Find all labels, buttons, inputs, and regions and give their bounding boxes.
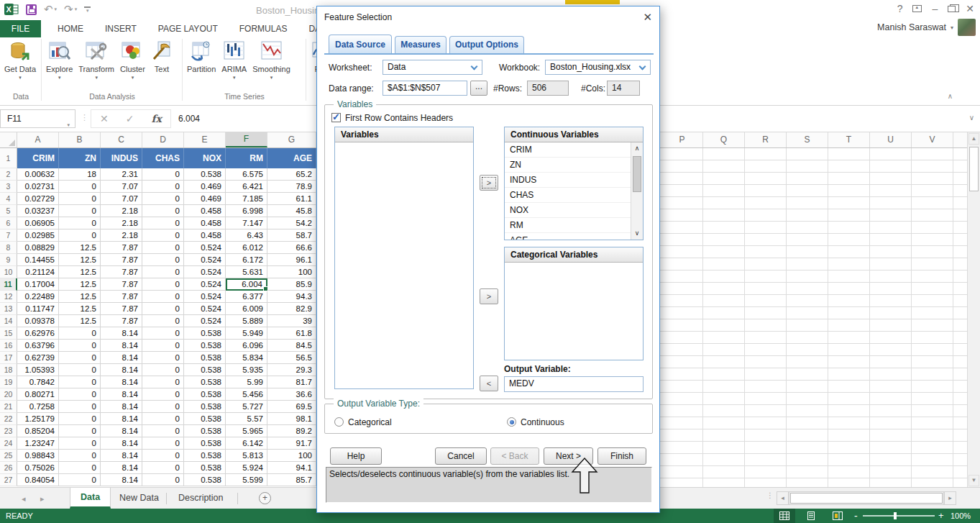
worksheet-dropdown[interactable]: Data (383, 60, 482, 75)
page-break-view-icon[interactable] (827, 509, 848, 523)
header-cell[interactable]: CHAS (142, 148, 184, 168)
text-button[interactable]: T Text (148, 40, 175, 80)
cell[interactable]: 5.834 (226, 352, 267, 364)
cell[interactable]: 8.14 (101, 364, 142, 376)
cell[interactable]: 0 (142, 413, 184, 425)
sheet-tab-new-data[interactable]: New Data (109, 488, 169, 509)
cell[interactable]: 0.02731 (17, 181, 59, 193)
cell[interactable]: 58.7 (267, 229, 316, 242)
cell[interactable]: 0 (59, 364, 101, 376)
cell[interactable]: 0.469 (184, 193, 226, 205)
cell[interactable]: 0.538 (184, 450, 226, 462)
prev-sheet-icon[interactable]: ◂ (22, 494, 26, 504)
cell[interactable]: 0.63796 (17, 340, 59, 352)
data-range-input[interactable]: $A$1:$N$507 (383, 81, 467, 96)
categorical-variables-list[interactable]: Categorical Variables (504, 247, 644, 360)
cell[interactable]: 100 (267, 266, 316, 278)
cell[interactable]: 96.1 (267, 254, 316, 266)
get-data-button[interactable]: Get Data ▾ (1, 40, 39, 80)
output-variable-field[interactable]: MEDV (504, 376, 644, 392)
cell[interactable]: 0.538 (184, 413, 226, 425)
cell[interactable]: 0.524 (184, 254, 226, 266)
minimize-icon[interactable]: – (932, 3, 938, 14)
cell[interactable]: 7.185 (226, 193, 267, 205)
cell[interactable]: 0 (59, 181, 101, 193)
cell[interactable]: 5.949 (226, 327, 267, 340)
column-header-a[interactable]: A (17, 132, 59, 147)
header-cell[interactable]: RM (226, 148, 267, 168)
formula-value[interactable]: 6.004 (178, 114, 200, 124)
cell[interactable]: 6.096 (226, 340, 267, 352)
cell[interactable]: 0 (142, 462, 184, 474)
cell[interactable]: 8.14 (101, 437, 142, 450)
cell[interactable]: 7.147 (226, 217, 267, 229)
variables-list-body[interactable] (335, 142, 473, 388)
dialog-title-bar[interactable]: Feature Selection ✕ (317, 6, 659, 28)
close-icon[interactable]: ✕ (643, 11, 652, 24)
cell[interactable]: 12.5 (59, 242, 101, 254)
list-item[interactable]: INDUS (505, 173, 631, 188)
add-sheet-icon[interactable]: + (259, 492, 271, 504)
vertical-scrollbar[interactable]: ▲ ▼ (967, 132, 980, 487)
cell[interactable]: 0 (142, 303, 184, 315)
continuous-list-body[interactable]: CRIM ZN INDUS CHAS NOX RM AGE (505, 142, 631, 240)
list-item[interactable]: CHAS (505, 188, 631, 203)
cell[interactable]: 0 (59, 340, 101, 352)
column-header-b[interactable]: B (59, 132, 101, 147)
list-item[interactable]: RM (505, 218, 631, 233)
cell[interactable]: 85.7 (267, 474, 316, 486)
cell[interactable]: 0.538 (184, 462, 226, 474)
cell[interactable]: 6.43 (226, 229, 267, 242)
row-header-19[interactable]: 19 (0, 376, 17, 388)
cell[interactable]: 0 (142, 254, 184, 266)
scroll-up-icon[interactable]: ▲ (968, 133, 979, 145)
tab-formulas[interactable]: FORMULAS (229, 20, 298, 37)
list-item[interactable]: CRIM (505, 142, 631, 158)
cell[interactable]: 0.538 (184, 376, 226, 388)
scroll-down-icon[interactable]: ∨ (631, 227, 643, 240)
cell[interactable]: 61.8 (267, 327, 316, 340)
cell[interactable]: 0.75026 (17, 462, 59, 474)
list-item[interactable]: ZN (505, 158, 631, 173)
cell[interactable]: 66.6 (267, 242, 316, 254)
cell[interactable]: 6.009 (226, 303, 267, 315)
cell[interactable]: 0.08829 (17, 242, 59, 254)
scrollbar-resize-handle[interactable]: ⋮ (766, 494, 774, 497)
zoom-slider[interactable] (863, 515, 935, 517)
account-menu[interactable]: Manish Saraswat ▾ (877, 19, 976, 36)
cell[interactable]: 0 (142, 266, 184, 278)
cell[interactable]: 0.538 (184, 340, 226, 352)
cancel-entry-icon[interactable]: ✕ (91, 113, 117, 124)
cell[interactable]: 0.538 (184, 364, 226, 376)
cell[interactable]: 0.09378 (17, 315, 59, 327)
column-header-c[interactable]: C (101, 132, 142, 147)
cell[interactable]: 0.00632 (17, 168, 59, 181)
cell[interactable]: 0 (142, 193, 184, 205)
cell[interactable]: 5.99 (226, 376, 267, 388)
cell[interactable]: 0.7258 (17, 401, 59, 413)
cell[interactable]: 7.87 (101, 254, 142, 266)
cell[interactable]: 0 (142, 437, 184, 450)
cell[interactable]: 45.8 (267, 205, 316, 217)
cell[interactable]: 0 (142, 181, 184, 193)
cell[interactable]: 8.14 (101, 450, 142, 462)
cell[interactable]: 6.142 (226, 437, 267, 450)
cell[interactable]: 89.2 (267, 425, 316, 437)
help-button[interactable]: Help (330, 447, 382, 465)
horizontal-scroll-thumb[interactable] (790, 493, 943, 504)
row-header-9[interactable]: 9 (0, 254, 17, 266)
cell[interactable]: 0.524 (184, 303, 226, 315)
save-icon[interactable] (26, 4, 37, 15)
cell[interactable]: 0 (142, 401, 184, 413)
list-item[interactable]: NOX (505, 203, 631, 218)
cell[interactable]: 0.62976 (17, 327, 59, 340)
cell[interactable]: 2.18 (101, 205, 142, 217)
cell[interactable]: 0.538 (184, 168, 226, 181)
row-header-24[interactable]: 24 (0, 437, 17, 450)
cell[interactable]: 0.11747 (17, 303, 59, 315)
arima-button[interactable]: ARIMA ▾ (219, 40, 249, 80)
cell[interactable]: 1.23247 (17, 437, 59, 450)
redo-icon[interactable]: ↷▾ (64, 3, 77, 16)
cell[interactable]: 0.98843 (17, 450, 59, 462)
row-header-12[interactable]: 12 (0, 291, 17, 303)
